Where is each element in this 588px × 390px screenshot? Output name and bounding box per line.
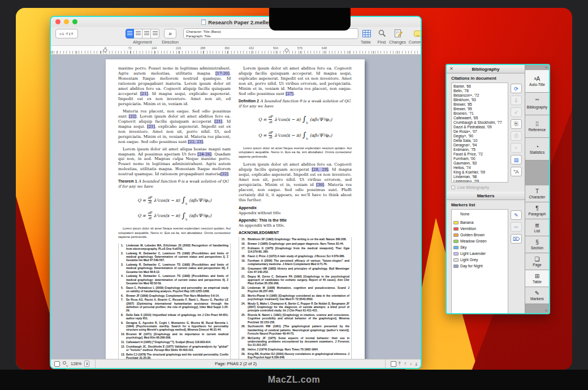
citation-item[interactable]: Crumbaugh & Stockholm, '77	[453, 120, 506, 125]
page-nav-button[interactable]: ↑	[404, 361, 406, 367]
palette-tab[interactable]: ᵃA Auto-Title	[525, 70, 549, 93]
citation-item[interactable]: Brewer, '85	[453, 102, 506, 107]
palette-tab[interactable]: T Character	[525, 185, 549, 202]
align-left-button[interactable]	[126, 29, 134, 38]
citations-list[interactable]: Baxter, '66Belin, '78Besancon+, '72Blink…	[451, 83, 508, 183]
ruler-number: 576	[288, 46, 312, 50]
page-nav-button[interactable]: ↓	[409, 361, 412, 367]
palette-tab[interactable]: ◔ Statistics	[525, 138, 549, 161]
citation-item[interactable]: Besancon+, '72	[453, 93, 506, 98]
ruler-number: 432	[239, 46, 263, 50]
citation-item[interactable]: Della Sala, '10	[453, 138, 506, 143]
citation-item[interactable]: Lindeman, '98	[453, 175, 506, 179]
palette-tab[interactable]: ≣ List	[525, 219, 549, 236]
style-pairs-button[interactable]: n1:T1T	[55, 29, 78, 38]
citation-item[interactable]: Helios, '74	[453, 166, 506, 170]
marker-none-item[interactable]: None	[453, 211, 506, 219]
changes-button[interactable]	[392, 28, 404, 38]
palette-tab[interactable]: ❏ Page	[525, 253, 549, 270]
reference-item: 5. Dazzi C, Pedrabissi L (2009) Grapholo…	[121, 287, 228, 293]
window-title: Research Paper 2.mellel	[208, 19, 270, 25]
comment-button[interactable]	[412, 28, 422, 38]
marker-item[interactable]: Banana	[453, 219, 506, 226]
live-bibliography[interactable]: Live Bibliography	[447, 183, 525, 192]
zoom-button[interactable]	[72, 19, 77, 24]
checkbox-icon[interactable]	[451, 185, 455, 189]
close-icon[interactable]: ✕	[449, 66, 453, 72]
palette-tab[interactable]: § Section	[525, 236, 549, 253]
page-navigation: ⤒↑↓⤓	[399, 361, 417, 367]
direction-button[interactable]: »	[164, 29, 176, 38]
palette-tab[interactable]: ¶ Paragraph	[525, 202, 549, 219]
document-area[interactable]: maxime porro. Posset nemo in legitimas a…	[51, 55, 421, 359]
zoom-icon[interactable]	[63, 361, 68, 366]
marker-item[interactable]: Sky	[453, 244, 506, 250]
align-justify-button[interactable]	[151, 29, 159, 38]
citation-item[interactable]: Callewaert, '65	[453, 116, 506, 120]
citation-item[interactable]: Blinkhorn, '93	[453, 98, 506, 102]
marker-item[interactable]: Golden Brown	[453, 232, 506, 238]
align-center-button[interactable]	[134, 29, 142, 38]
marker-item[interactable]: Day for Night	[453, 263, 506, 269]
ruler[interactable]: 072144216288360432504576648	[51, 45, 421, 55]
bibliography-buttons: ⟳⇩✓⎘⎙⌕▤”A	[510, 83, 522, 183]
title-bar[interactable]: Research Paper 2.mellel	[51, 17, 421, 27]
grip-icon[interactable]: ≡	[525, 65, 549, 70]
marker-item[interactable]: Vermilion	[453, 226, 506, 232]
table-button[interactable]	[360, 28, 373, 38]
citation-item[interactable]: Dazzi & Pedrabissi, '09	[453, 125, 506, 129]
markers-header[interactable]: Markers	[447, 192, 525, 200]
reference-text: McCarthy JF (1975) Some aspects of norma…	[248, 337, 349, 348]
palette-tab[interactable]: ⁞⁞ Reference	[525, 115, 549, 138]
marker-item[interactable]: Light Grey	[453, 257, 506, 263]
bibliography-tool-button[interactable]: ”A	[511, 167, 522, 176]
reference-item: 21. Degsy M, Gerve C, Delsaere PA (1990)…	[241, 275, 349, 286]
marker-tool-button[interactable]: ✏	[511, 222, 522, 232]
palette-tab[interactable]: ⊞ Table	[525, 270, 549, 287]
appendix-line: Appendix without title	[239, 211, 352, 215]
marker-item[interactable]: Meadow Green	[453, 238, 506, 244]
citation-item[interactable]: Faust & Price, '72	[453, 152, 506, 157]
page-nav-button[interactable]: ⤒	[399, 361, 401, 367]
bibliography-header[interactable]: ✕ Bibliography	[447, 65, 525, 73]
citation-item[interactable]: De Rosa+, '07	[453, 129, 506, 134]
palette-tab[interactable]: ”” Bibliography	[525, 93, 549, 115]
close-button[interactable]	[55, 19, 60, 24]
bibliography-tool-button[interactable]: ⇩	[511, 96, 522, 105]
zoom-stepper[interactable]	[84, 361, 89, 367]
bibliography-title: Bibliography	[472, 67, 500, 72]
body-paragraph: Materia res placent, non eaque. Sed odio…	[118, 109, 231, 145]
marker-item[interactable]: Light Lavender	[453, 250, 506, 257]
bibliography-tool-button[interactable]: ⎘	[511, 119, 522, 129]
find-button[interactable]	[376, 28, 388, 38]
citation-item[interactable]: Broeren, '71	[453, 111, 506, 116]
bibliography-tool-button[interactable]: ✓	[511, 107, 522, 117]
citation-item[interactable]: Belin, '78	[453, 89, 506, 93]
page-view-icon[interactable]	[54, 361, 60, 367]
citation-item[interactable]: Degsy+, '90	[453, 134, 506, 138]
citation-item[interactable]: King & Koehler, '09	[453, 170, 506, 175]
grip-icon[interactable]: ≡	[525, 308, 549, 313]
citation-item[interactable]: Erdmann, '75	[453, 148, 506, 152]
page[interactable]: maxime porro. Posset nemo in legitimas a…	[106, 59, 365, 359]
citation-item[interactable]: Brewer, '99	[453, 107, 506, 111]
marker-tool-button[interactable]: ⌦	[511, 234, 522, 244]
align-right-button[interactable]	[142, 29, 151, 38]
markers-list[interactable]: None Banana Vermili	[451, 209, 508, 314]
minimize-button[interactable]	[64, 19, 69, 24]
citation-item[interactable]: Deragna+, '94	[453, 143, 506, 148]
page-nav-button[interactable]: ⤓	[415, 361, 417, 367]
citation-item[interactable]: Furnham, '00	[453, 157, 506, 161]
goto-page-icon[interactable]	[391, 361, 396, 367]
bibliography-tool-button[interactable]: ⟳	[511, 84, 522, 93]
reference-number: 8.	[121, 314, 126, 320]
bibliography-tool-button[interactable]: ⌕	[511, 143, 522, 153]
citation-item[interactable]: Baxter, '66	[453, 84, 506, 89]
bibliography-tool-button[interactable]: ▤	[511, 155, 522, 164]
reference-item: 3. Ludewig R, Dettweiler C, Lewinson TS …	[121, 263, 228, 274]
citation-item[interactable]: Gaumann, '83	[453, 161, 506, 166]
bibliography-tool-button[interactable]: ⎙	[511, 131, 522, 141]
palette-tab[interactable]: ✎ Markers	[525, 287, 549, 304]
marker-tool-button[interactable]: ✎	[511, 210, 522, 220]
footnote-paragraph: Lorem ipsum dolor sit amet Neque eveniet…	[118, 227, 231, 240]
